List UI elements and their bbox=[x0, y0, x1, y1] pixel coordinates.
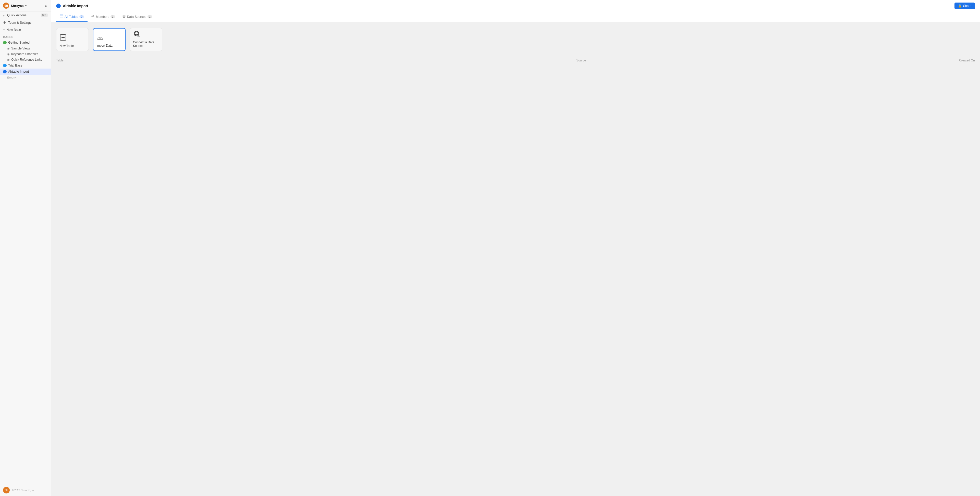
import-data-label: Import Data bbox=[97, 44, 113, 48]
import-data-card[interactable]: Import Data bbox=[93, 28, 126, 51]
user-name: Shreyas bbox=[11, 4, 24, 8]
base-name-getting-started: Getting Started bbox=[8, 41, 30, 44]
quick-actions-item[interactable]: ⌕ Quick Actions ⌘K bbox=[0, 11, 51, 19]
new-base-button[interactable]: + New Base bbox=[0, 26, 51, 33]
svg-point-4 bbox=[93, 15, 94, 16]
svg-point-5 bbox=[123, 15, 125, 16]
sub-item-quick-reference[interactable]: ◉ Quick Reference Links bbox=[0, 57, 51, 62]
team-settings-label: Team & Settings bbox=[8, 21, 32, 24]
svg-line-11 bbox=[139, 36, 140, 37]
lock-icon: 🔒 bbox=[958, 4, 962, 8]
base-icon bbox=[56, 3, 61, 8]
connect-data-source-card[interactable]: Connect a Data Source bbox=[130, 28, 162, 51]
new-base-label: New Base bbox=[6, 28, 21, 32]
tab-members[interactable]: Members 1 bbox=[88, 12, 119, 22]
database-icon bbox=[122, 14, 126, 19]
tab-data-sources-badge: 1 bbox=[148, 15, 152, 18]
sidebar-footer: SH © 2023 NocoDB, Inc bbox=[0, 484, 51, 496]
cards-row: New Table Import Data bbox=[56, 28, 975, 51]
connect-data-source-icon bbox=[133, 30, 140, 39]
col-header-source: Source bbox=[450, 59, 713, 62]
team-icon: ⚙ bbox=[3, 21, 6, 24]
table-icon bbox=[60, 14, 63, 19]
tab-members-label: Members bbox=[96, 15, 109, 19]
eye-icon-2: ◉ bbox=[7, 52, 10, 56]
sidebar: SH Shreyas ▾ « ⌕ Quick Actions ⌘K ⚙ Team… bbox=[0, 0, 51, 496]
tab-all-tables-badge: 0 bbox=[80, 15, 84, 18]
tab-members-badge: 1 bbox=[110, 15, 115, 18]
footer-avatar: SH bbox=[3, 487, 10, 493]
sub-item-label-quick-reference: Quick Reference Links bbox=[11, 58, 42, 62]
svg-rect-0 bbox=[60, 15, 63, 18]
base-name-airtable: Airtable Import bbox=[8, 70, 29, 73]
tab-all-tables-label: All Tables bbox=[65, 15, 78, 19]
connect-data-source-label: Connect a Data Source bbox=[133, 41, 159, 48]
copyright-text: © 2023 NocoDB, Inc bbox=[12, 489, 35, 492]
sub-item-label-keyboard-shortcuts: Keyboard Shortcuts bbox=[11, 52, 38, 56]
new-table-card[interactable]: New Table bbox=[56, 28, 89, 51]
topbar-left: Airtable Import bbox=[56, 3, 88, 8]
team-settings-item[interactable]: ⚙ Team & Settings bbox=[0, 19, 51, 26]
base-title: Airtable Import bbox=[63, 4, 88, 8]
base-item-getting-started[interactable]: Getting Started bbox=[0, 40, 51, 46]
tabs-bar: All Tables 0 Members 1 bbox=[51, 12, 980, 22]
tab-data-sources[interactable]: Data Sources 1 bbox=[119, 12, 156, 22]
sidebar-header: SH Shreyas ▾ « bbox=[0, 0, 51, 11]
sub-item-label-sample-views: Sample Views bbox=[11, 47, 30, 50]
share-button-label: Share bbox=[963, 4, 971, 8]
svg-point-9 bbox=[135, 31, 138, 33]
base-item-trial[interactable]: Trial Base bbox=[0, 62, 51, 68]
topbar: Airtable Import 🔒 Share bbox=[51, 0, 980, 12]
search-icon: ⌕ bbox=[3, 13, 5, 17]
base-dot-getting-started bbox=[3, 41, 6, 44]
share-button[interactable]: 🔒 Share bbox=[955, 3, 975, 9]
svg-point-3 bbox=[92, 15, 93, 16]
quick-actions-label: Quick Actions bbox=[7, 14, 27, 17]
table-headers: Table Source Created On bbox=[56, 57, 975, 64]
user-avatar: SH bbox=[3, 3, 9, 9]
base-dot-airtable bbox=[3, 70, 6, 73]
new-table-icon bbox=[59, 34, 67, 43]
quick-actions-shortcut: ⌘K bbox=[41, 14, 48, 17]
plus-icon: + bbox=[3, 28, 5, 32]
tab-data-sources-label: Data Sources bbox=[127, 15, 146, 19]
chevron-down-icon: ▾ bbox=[25, 4, 27, 7]
import-data-icon bbox=[97, 34, 103, 42]
sub-item-sample-views[interactable]: ◉ Sample Views bbox=[0, 46, 51, 51]
bases-section-label: Bases bbox=[0, 33, 51, 40]
collapse-sidebar-button[interactable]: « bbox=[44, 3, 48, 8]
col-header-created-on: Created On bbox=[712, 59, 975, 62]
sub-item-keyboard-shortcuts[interactable]: ◉ Keyboard Shortcuts bbox=[0, 51, 51, 57]
eye-icon-3: ◉ bbox=[7, 58, 10, 62]
people-icon bbox=[91, 14, 95, 19]
user-info[interactable]: SH Shreyas ▾ bbox=[3, 3, 27, 9]
eye-icon: ◉ bbox=[7, 47, 10, 50]
content-area: New Table Import Data bbox=[51, 22, 980, 496]
tab-all-tables[interactable]: All Tables 0 bbox=[56, 12, 88, 22]
empty-label: Empty bbox=[0, 74, 51, 80]
col-header-table: Table bbox=[56, 59, 450, 62]
base-item-airtable-import[interactable]: Airtable Import bbox=[0, 68, 51, 74]
base-name-trial: Trial Base bbox=[8, 64, 22, 67]
new-table-label: New Table bbox=[59, 44, 74, 48]
main-content: Airtable Import 🔒 Share All Tables 0 bbox=[51, 0, 980, 496]
base-dot-trial bbox=[3, 64, 6, 67]
